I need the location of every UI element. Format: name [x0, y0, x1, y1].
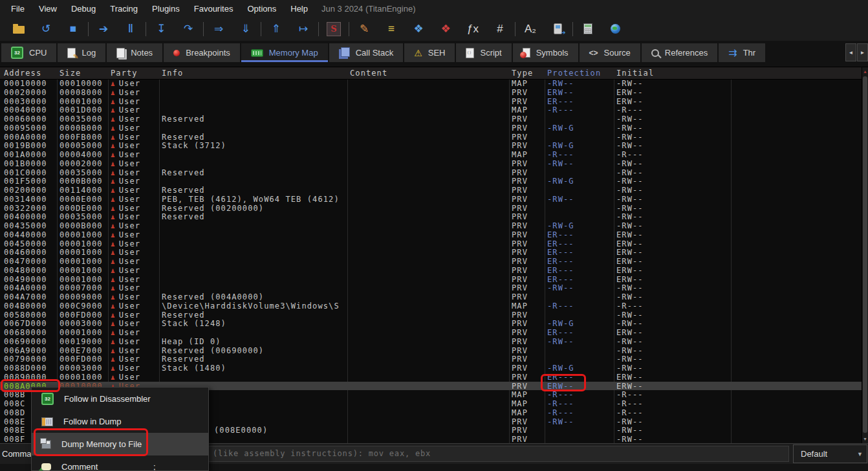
- column-header-address[interactable]: Address: [4, 67, 56, 79]
- table-row[interactable]: 004B0000000C9000♟User\Device\HarddiskVol…: [0, 301, 862, 311]
- scroll-up-icon[interactable]: ▲: [862, 68, 868, 75]
- tab-scroll-left-icon[interactable]: ◄: [845, 43, 856, 61]
- table-row[interactable]: 0019B00000005000♟UserStack (3712)PRV-RW-…: [0, 141, 862, 150]
- menu-view[interactable]: View: [32, 1, 64, 16]
- column-header-content[interactable]: Content: [350, 67, 508, 79]
- table-row[interactable]: 004350000000B000♟UserPRV-RW-G-RW--: [0, 221, 862, 230]
- menu-plugins[interactable]: Plugins: [145, 1, 187, 16]
- menu-file[interactable]: File: [4, 1, 32, 16]
- table-row[interactable]: 0067D00000003000♟UserStack (1248)PRV-RW-…: [0, 319, 862, 328]
- tab-script[interactable]: Script: [456, 43, 511, 62]
- profile-dropdown[interactable]: Default ▼: [793, 444, 867, 463]
- table-row[interactable]: 0048000000001000♟UserPRVER---ERW--: [0, 266, 862, 275]
- fx-icon[interactable]: ƒx: [459, 19, 486, 39]
- tab-thr[interactable]: Thr: [719, 43, 765, 62]
- table-row[interactable]: 0020000000114000♟UserReservedPRV-RW--: [0, 186, 862, 195]
- table-row[interactable]: 00580000000FD000♟UserReservedPRV-RW--: [0, 311, 862, 320]
- run-to-user-code-icon[interactable]: ⇓: [232, 19, 259, 39]
- run-until-return-icon[interactable]: ↦: [290, 19, 317, 39]
- run-icon[interactable]: ➔: [90, 19, 117, 39]
- red-labels-icon[interactable]: ❖: [432, 19, 459, 39]
- column-header-type[interactable]: Type: [512, 67, 543, 79]
- column-header-info[interactable]: Info: [162, 67, 347, 79]
- tab-notes[interactable]: Notes: [107, 43, 162, 62]
- font-size-icon[interactable]: A₂: [517, 19, 544, 39]
- step-over-icon[interactable]: ↷: [175, 19, 202, 39]
- tab-cpu[interactable]: CPU: [1, 43, 56, 62]
- column-header-party[interactable]: Party: [111, 67, 158, 79]
- tab-memory-map[interactable]: Memory Map: [241, 43, 328, 62]
- globe-icon[interactable]: [602, 19, 629, 39]
- table-row[interactable]: 00322000000DE000♟UserReserved (00200000)…: [0, 204, 862, 213]
- menu-options[interactable]: Options: [240, 1, 283, 16]
- table-row[interactable]: 006A9000000E7000♟UserReserved (00690000)…: [0, 346, 862, 355]
- stop-icon[interactable]: ■: [60, 19, 87, 39]
- table-row[interactable]: 001C000000035000♟UserReservedPRV-RW--: [0, 168, 862, 177]
- calculator-icon[interactable]: [574, 19, 602, 39]
- table-row[interactable]: 004A000000007000♟UserPRV-RW---RW--: [0, 283, 862, 292]
- patch-icon[interactable]: ✎: [351, 19, 378, 39]
- open-file-icon[interactable]: [5, 19, 32, 39]
- step-out-icon[interactable]: ⇑: [263, 19, 290, 39]
- table-row[interactable]: 003140000000E000♟UserPEB, TEB (4612), Wo…: [0, 195, 862, 204]
- tab-symbols[interactable]: Symbols: [513, 43, 578, 62]
- scylla-icon[interactable]: S: [320, 19, 347, 39]
- pause-icon[interactable]: Ⅱ: [117, 19, 144, 39]
- annotation-box: [541, 374, 586, 391]
- user-icon: ♟: [111, 293, 116, 301]
- blue-labels-icon[interactable]: ❖: [405, 19, 432, 39]
- annotation-box: [34, 428, 148, 456]
- attach-icon[interactable]: [544, 19, 571, 39]
- table-row[interactable]: 0068000000001000♟UserPRVER---ERW--: [0, 328, 862, 337]
- tab-seh[interactable]: SEH: [404, 43, 455, 62]
- table-row[interactable]: 001A000000004000♟UserMAP-R----R---: [0, 150, 862, 159]
- table-row[interactable]: 0069000000019000♟UserHeap (ID 0)PRV-RW--…: [0, 337, 862, 346]
- log-page-icon: [67, 48, 76, 58]
- table-row[interactable]: 00790000000FD000♟UserReservedPRV-RW--: [0, 355, 862, 364]
- tab-references[interactable]: References: [642, 43, 717, 62]
- table-row[interactable]: 0044000000001000♟UserPRVER---ERW--: [0, 230, 862, 239]
- table-row[interactable]: 0049000000001000♟UserPRVER---ERW--: [0, 275, 862, 284]
- table-row[interactable]: 0045000000001000♟UserPRVER---ERW--: [0, 239, 862, 248]
- menu-debug[interactable]: Debug: [64, 1, 103, 16]
- scroll-down-icon[interactable]: ▼: [862, 435, 868, 443]
- x64dbg-window: FileViewDebugTracingPluginsFavouritesOpt…: [0, 0, 868, 471]
- table-row[interactable]: 0088D00000003000♟UserStack (1480)PRV-RW-…: [0, 364, 862, 373]
- table-row[interactable]: 0006000000035000♟UserReservedPRV-RW--: [0, 115, 862, 124]
- table-row[interactable]: 0047000000001000♟UserPRVER---ERW--: [0, 257, 862, 266]
- user-icon: ♟: [111, 373, 116, 382]
- table-row[interactable]: 0001000000010000♟UserMAP-RW---RW--: [0, 79, 862, 88]
- table-row[interactable]: 001F50000000B000♟UserPRV-RW-G-RW--: [0, 177, 862, 186]
- tab-source[interactable]: Source: [580, 43, 640, 62]
- table-row[interactable]: 0003000000001000♟UserPRVER---ERW--: [0, 97, 862, 106]
- column-header-protection[interactable]: Protection: [547, 67, 613, 79]
- table-row[interactable]: 0040000000035000♟UserReservedPRV-RW--: [0, 212, 862, 221]
- restart-icon[interactable]: ↺: [32, 19, 60, 39]
- table-row[interactable]: 004A700000009000♟UserReserved (004A0000)…: [0, 292, 862, 301]
- table-row[interactable]: 0046000000001000♟UserPRVER---ERW--: [0, 248, 862, 257]
- menu-help[interactable]: Help: [283, 1, 315, 16]
- table-row[interactable]: 000A0000000FB000♟UserReservedPRV-RW--: [0, 133, 862, 142]
- menu-favourites[interactable]: Favourites: [187, 1, 241, 16]
- column-header-size[interactable]: Size: [60, 67, 107, 79]
- comment-lines-icon[interactable]: ≡: [378, 19, 405, 39]
- tab-breakpoints[interactable]: Breakpoints: [164, 43, 240, 62]
- table-row[interactable]: 000950000000B000♟UserPRV-RW-G-RW--: [0, 124, 862, 133]
- column-header-initial[interactable]: Initial: [616, 67, 730, 79]
- toolbar-separator: [318, 22, 319, 36]
- toolbar-separator: [515, 22, 515, 36]
- hash-icon[interactable]: #: [486, 19, 514, 39]
- table-row[interactable]: 001B000000002000♟UserPRV-RW---RW--: [0, 159, 862, 168]
- table-row[interactable]: 000400000001D000♟UserMAP-R----R---: [0, 105, 862, 115]
- menu-tracing[interactable]: Tracing: [103, 1, 145, 16]
- tab-scroll-right-icon[interactable]: ►: [857, 43, 868, 61]
- tab-call-stack[interactable]: Call Stack: [329, 43, 404, 62]
- step-into-icon[interactable]: ↧: [147, 19, 175, 39]
- tab-log[interactable]: Log: [58, 43, 105, 62]
- menu-item-comment[interactable]: Comment;: [32, 455, 208, 471]
- table-row[interactable]: 0089000000001000♟UserPRVER---ERW--: [0, 373, 862, 382]
- animate-into-icon[interactable]: ⇒: [205, 19, 232, 39]
- scrollbar-thumb[interactable]: [863, 76, 867, 433]
- vertical-scrollbar[interactable]: ▲ ▼: [862, 67, 868, 443]
- table-row[interactable]: 0002000000008000♟UserPRVERW--ERW--: [0, 88, 862, 97]
